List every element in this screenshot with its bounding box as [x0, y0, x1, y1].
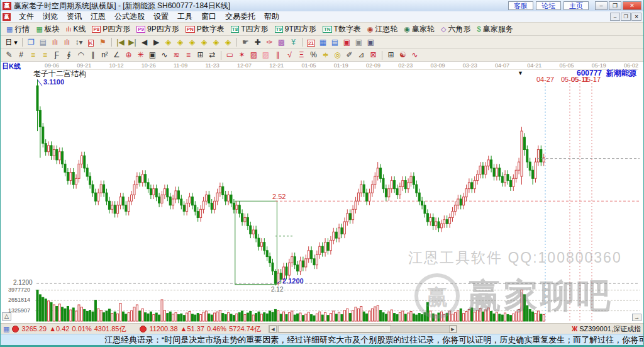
window-layout-icon[interactable]: ❐	[25, 37, 37, 48]
gann-wheel-button[interactable]: ◉江恩轮	[364, 23, 401, 35]
pen-tool-icon[interactable]: ✎	[3, 50, 15, 60]
nine-p-square-button[interactable]: P99P四方形	[133, 23, 182, 35]
mdi-restore-button[interactable]: ❐	[621, 13, 631, 21]
price-grid-icon[interactable]: ⊠	[367, 50, 379, 60]
angle-tool-icon[interactable]: ∠	[111, 50, 123, 60]
restore-button[interactable]: ❐	[609, 1, 621, 10]
notes-icon[interactable]: ▤	[329, 37, 341, 48]
menu-item-资讯[interactable]: 资讯	[62, 11, 86, 21]
menu-item-文件[interactable]: 文件	[14, 11, 38, 21]
nine-t-square-button[interactable]: T99T四方形	[272, 23, 319, 35]
scale-adjust-icon[interactable]: ↕▾	[73, 37, 85, 48]
yinyang-icon[interactable]: ☯	[397, 50, 409, 60]
kline-button[interactable]: ılıK线	[63, 23, 89, 35]
zoom-expand-icon[interactable]: ◈	[186, 37, 198, 48]
scroll-left-arrow[interactable]: ◀	[269, 326, 277, 333]
print-icon[interactable]: ▣	[365, 37, 377, 48]
time-span-icon[interactable]: ⇄	[206, 50, 218, 60]
winner-service-button[interactable]: $赢家服务	[474, 23, 516, 35]
prev-bar-icon[interactable]: ◀	[138, 37, 150, 48]
spiral-tool-icon[interactable]: ∮	[63, 50, 75, 60]
wave-indicator-icon[interactable]: ∿	[409, 50, 421, 60]
scroll-right-arrow[interactable]: ▶	[449, 326, 457, 333]
menu-item-江恩[interactable]: 江恩	[86, 11, 110, 21]
calendar-icon[interactable]: 21	[305, 37, 317, 48]
rect-kline-icon[interactable]: ▭	[224, 50, 236, 60]
t-number-table-button[interactable]: TNT数字表	[319, 23, 364, 35]
box-select-icon[interactable]: ▣	[147, 50, 158, 60]
kline-settings-icon[interactable]: K	[85, 37, 97, 48]
menu-item-窗口[interactable]: 窗口	[197, 11, 221, 21]
t-square-button[interactable]: T8T四方形	[228, 23, 272, 35]
kline-chart[interactable]: 日K线 09-0609-2110-1210-2611-0911-2312-071…	[1, 62, 643, 323]
flag-tool-icon[interactable]: ⚑	[97, 37, 109, 48]
kline-canvas[interactable]	[1, 62, 642, 323]
check-wave-icon[interactable]: √	[284, 50, 296, 60]
note-pen-icon[interactable]: ✐	[343, 50, 355, 60]
next-bar-icon[interactable]: ▶	[150, 37, 162, 48]
titlebar-link-论坛[interactable]: 论坛	[536, 1, 561, 10]
mdi-minimize-button[interactable]: –	[610, 13, 620, 21]
zoom-all-icon[interactable]: ◈	[222, 37, 234, 48]
p-square-button[interactable]: P8P四方形	[89, 23, 133, 35]
period-day-selector[interactable]: 日 ▾	[3, 37, 19, 48]
calculator-icon[interactable]: ▦	[317, 37, 329, 48]
golden-circle-icon[interactable]: ◎	[331, 50, 343, 60]
grid-tool-icon[interactable]: ⊞	[194, 50, 206, 60]
zoom-right-icon[interactable]: ◈	[174, 37, 186, 48]
mdi-close-button[interactable]: ✕	[631, 13, 641, 21]
winner-wheel-button[interactable]: ◉赢家轮	[401, 23, 438, 35]
shade-grid-icon[interactable]: ▨	[248, 50, 260, 60]
wave-tool-icon[interactable]: ∿	[158, 50, 170, 60]
sectors-button[interactable]: ▦板块	[33, 23, 62, 35]
menu-item-工具[interactable]: 工具	[173, 11, 197, 21]
currency-tool-icon[interactable]: ¥	[287, 37, 299, 48]
first-bar-icon[interactable]: |◀	[114, 37, 126, 48]
golden-mean-icon[interactable]: ≑	[319, 50, 331, 60]
titlebar-link-主页[interactable]: 主页	[564, 1, 589, 10]
p-number-table-button[interactable]: PNP数字表	[182, 23, 228, 35]
parallel-lines-icon[interactable]: ∥	[87, 50, 99, 60]
kline-chart-icon[interactable]: ılı	[61, 37, 73, 48]
slash-lines-icon[interactable]: ∥	[272, 50, 284, 60]
ray-fan-icon[interactable]: ✶	[236, 50, 248, 60]
horizontal-scrollbar[interactable]: ◀ ▶	[269, 325, 457, 333]
current-index-label[interactable]: SZ399001,深证成指	[579, 324, 641, 334]
crosshair-tool-icon[interactable]: ✚	[252, 37, 264, 48]
menu-item-浏览[interactable]: 浏览	[38, 11, 62, 21]
fibonacci-tool-icon[interactable]: Ƒ	[51, 50, 63, 60]
marker-tool-icon[interactable]: ✑	[264, 37, 275, 48]
square-of-nine-icon[interactable]: n²	[99, 50, 111, 60]
ladder-lines-icon[interactable]: ≡	[182, 50, 194, 60]
save-icon[interactable]: ▣	[341, 37, 353, 48]
export-icon[interactable]: ▣	[353, 37, 365, 48]
menu-item-设置[interactable]: 设置	[149, 11, 173, 21]
circle-cross-icon[interactable]: ⊕	[123, 50, 135, 60]
golden-column2-icon[interactable]: ≡	[39, 50, 51, 60]
menu-item-帮助[interactable]: 帮助	[260, 11, 284, 21]
hand-tool-icon[interactable]: ☛	[240, 37, 252, 48]
volume-collapse-button[interactable]: △	[2, 312, 11, 321]
zoom-left-icon[interactable]: ◈	[162, 37, 174, 48]
zoom-vertical-icon[interactable]: ◈	[210, 37, 222, 48]
golden-column-icon[interactable]: ≡	[27, 50, 39, 60]
zoom-compress-icon[interactable]: ◈	[198, 37, 210, 48]
hexagon-button[interactable]: ◇六角形	[438, 23, 474, 35]
minimize-button[interactable]: –	[595, 1, 608, 10]
wedge-tool-icon[interactable]: ⊿	[355, 50, 367, 60]
arc-tool-icon[interactable]: ◠	[75, 50, 87, 60]
menu-item-公式选股[interactable]: 公式选股	[110, 11, 149, 21]
last-bar-icon[interactable]: ▶|	[126, 37, 138, 48]
gann-grid-icon[interactable]: #	[15, 50, 27, 60]
titlebar-link-客服[interactable]: 客服	[508, 1, 533, 10]
percent-lines-icon[interactable]: Ξ	[296, 50, 308, 60]
info-panel-icon[interactable]: ▤	[37, 37, 49, 48]
close-button[interactable]: ✕	[623, 1, 641, 10]
star-ray-icon[interactable]: ✳	[135, 50, 147, 60]
menu-item-交易委托[interactable]: 交易委托	[221, 11, 260, 21]
quote-board-icon[interactable]: ▦	[3, 325, 9, 333]
scroll-thumb[interactable]	[278, 326, 391, 333]
comb-lines-icon[interactable]: ≋	[170, 50, 182, 60]
shade-grid-light-icon[interactable]: ▨	[260, 50, 272, 60]
market-quotes-button[interactable]: ▦行情	[3, 23, 33, 35]
